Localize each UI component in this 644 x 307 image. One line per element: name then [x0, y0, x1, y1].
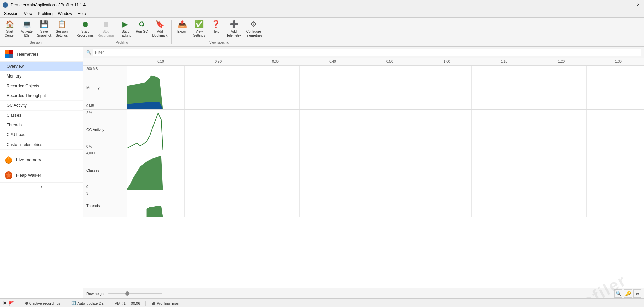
sidebar-item-gc-activity[interactable]: GC Activity [0, 101, 83, 111]
filter-bar: 🔍 [83, 47, 644, 58]
title-bar-left: DemeterMainApplication - JProfiler 11.1.… [3, 2, 86, 8]
svg-rect-0 [5, 50, 9, 54]
threads-label-col: 3 Threads [83, 190, 127, 217]
status-time-item: 00:06 [131, 301, 140, 305]
heap-walker-label: Heap Walker [16, 173, 41, 178]
menu-window[interactable]: Window [55, 11, 75, 17]
start-recordings-button[interactable]: ⏺ StartRecordings [74, 18, 96, 39]
sidebar-item-recorded-objects[interactable]: Recorded Objects [0, 81, 83, 91]
content-area: 🔍 0:10 0:20 0:30 0:40 0:50 1:00 1:10 1:2… [83, 47, 644, 298]
chevron-down-icon: ▼ [40, 185, 43, 188]
close-button[interactable]: ✕ [635, 2, 641, 8]
threads-chart-row: 3 Threads [83, 190, 644, 217]
start-tracking-icon: ▶ [120, 20, 130, 29]
profiling-group-label: Profiling [74, 40, 169, 45]
stop-recordings-icon: ⏹ [101, 20, 111, 29]
sidebar-expand-chevron[interactable]: ▼ [0, 183, 83, 190]
session-group-label: Session [1, 40, 70, 45]
memory-chart-content [127, 66, 644, 109]
threads-chart-content [127, 190, 644, 217]
help-button[interactable]: ❓ Help [207, 18, 224, 39]
classes-chart-svg [127, 150, 644, 190]
classes-max-label: 4,000 [86, 151, 124, 155]
sidebar-section-heap-walker[interactable]: Heap Walker [0, 167, 83, 183]
sidebar-item-memory[interactable]: Memory [0, 71, 83, 81]
row-height-label: Row height: [86, 291, 106, 296]
run-gc-button[interactable]: ♻ Run GC [133, 18, 150, 39]
memory-row-label: Memory [86, 86, 124, 90]
toolbar-divider-2 [171, 20, 172, 44]
gc-max-label: 2 % [86, 111, 124, 115]
start-recordings-icon: ⏺ [80, 20, 90, 29]
status-profiling-mode-item: 🖥 Profiling_man [151, 301, 179, 306]
sidebar-item-classes[interactable]: Classes [0, 111, 83, 120]
view-settings-icon: ✅ [194, 20, 204, 29]
activate-ide-button[interactable]: 💻 ActivateIDE [18, 18, 35, 39]
profiling-mode-text: Profiling_man [157, 301, 179, 305]
add-bookmark-button[interactable]: 🔖 AddBookmark [150, 18, 169, 39]
menu-help[interactable]: Help [75, 11, 89, 17]
configure-telemetries-button[interactable]: ⚙ ConfigureTelemetries [243, 18, 264, 39]
add-telemetry-button[interactable]: ➕ AddTelemetry [224, 18, 243, 39]
session-settings-button[interactable]: 📋 SessionSettings [53, 18, 70, 39]
sidebar: Telemetries Overview Memory Recorded Obj… [0, 47, 83, 298]
status-recordings-item: 0 active recordings [25, 301, 60, 305]
sidebar-section-telemetries[interactable]: Telemetries [0, 47, 83, 62]
activate-ide-icon: 💻 [22, 20, 31, 29]
timeline-header: 0:10 0:20 0:30 0:40 0:50 1:00 1:10 1:20 … [83, 58, 644, 66]
tick-1-10: 1:10 [501, 60, 507, 63]
tick-0-30: 0:30 [272, 60, 278, 63]
svg-rect-1 [9, 50, 13, 54]
gc-label-col: 2 % GC Activity 0 % [83, 110, 127, 150]
sidebar-section-live-memory[interactable]: Live memory [0, 152, 83, 167]
tick-0-10: 0:10 [157, 60, 164, 63]
auto-update-icon: 🔄 [71, 301, 76, 305]
menu-bar: Session View Profiling Window Help [0, 10, 644, 18]
svg-marker-11 [147, 206, 163, 217]
tick-1-20: 1:20 [558, 60, 564, 63]
sidebar-item-recorded-throughput[interactable]: Recorded Throughput [0, 91, 83, 101]
gc-min-label: 0 % [86, 145, 124, 148]
save-snapshot-button[interactable]: 💾 SaveSnapshot [35, 18, 53, 39]
maximize-button[interactable]: □ [626, 2, 633, 8]
status-divider-2 [66, 301, 66, 306]
status-vm-item: VM #1 [115, 301, 126, 305]
menu-view[interactable]: View [21, 11, 35, 17]
search-icon: 🔍 [86, 50, 91, 55]
row-height-slider-thumb[interactable] [125, 291, 129, 296]
start-tracking-button[interactable]: ▶ StartTracking [116, 18, 133, 39]
export-button[interactable]: 📤 Export [174, 18, 191, 39]
telemetries-label: Telemetries [16, 52, 38, 57]
vm-text: VM #1 [115, 301, 126, 305]
stop-recordings-button[interactable]: ⏹ StopRecordings [96, 18, 117, 39]
svg-marker-10 [127, 156, 163, 190]
sidebar-item-cpu-load[interactable]: CPU Load [0, 130, 83, 140]
add-telemetry-icon: ➕ [229, 20, 238, 29]
view-specific-group-label: View specific [174, 40, 264, 45]
window-title: DemeterMainApplication - JProfiler 11.1.… [11, 3, 86, 7]
collapse-button[interactable]: ⇔ [633, 289, 641, 298]
memory-max-label: 200 MB [86, 67, 124, 71]
view-settings-button[interactable]: ✅ ViewSettings [191, 18, 207, 39]
row-height-slider-track[interactable] [108, 293, 162, 294]
zoom-out-button[interactable]: 🔑 [624, 289, 632, 298]
tick-0-50: 0:50 [386, 60, 393, 63]
status-divider-4 [145, 301, 146, 306]
filter-input[interactable] [93, 49, 641, 56]
svg-rect-3 [9, 54, 13, 58]
start-center-button[interactable]: 🏠 StartCenter [1, 18, 18, 39]
status-flag-item: ⚑ 🚩 [3, 301, 14, 306]
memory-label-col: 200 MB Memory 0 MB [83, 66, 127, 109]
sidebar-item-threads[interactable]: Threads [0, 120, 83, 130]
sidebar-item-custom-telemetries[interactable]: Custom Telemetries [0, 140, 83, 150]
classes-label-col: 4,000 Classes 0 [83, 150, 127, 190]
menu-profiling[interactable]: Profiling [35, 11, 55, 17]
sidebar-item-overview[interactable]: Overview [0, 62, 83, 71]
configure-telemetries-icon: ⚙ [249, 20, 258, 29]
zoom-in-button[interactable]: 🔍 [614, 289, 622, 298]
menu-session[interactable]: Session [1, 11, 21, 17]
recording-dot [25, 302, 28, 305]
classes-chart-content [127, 150, 644, 190]
gc-chart-svg [127, 110, 644, 150]
minimize-button[interactable]: − [618, 2, 625, 8]
